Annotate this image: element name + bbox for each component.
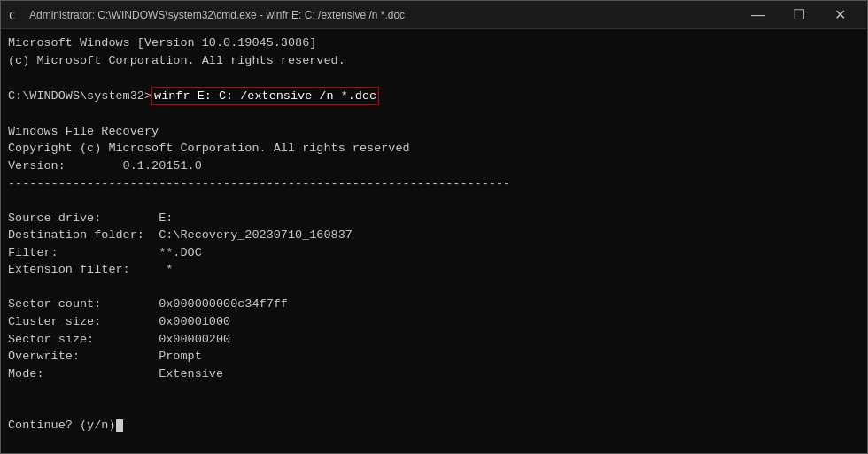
command-text: winfr E: C: /extensive /n *.doc (151, 87, 379, 106)
blank-line-5 (8, 382, 860, 400)
ext-filter-line: Extension filter: * (8, 261, 860, 279)
window-controls: — ☐ ✕ (738, 1, 860, 29)
separator-line: ----------------------------------------… (8, 175, 860, 193)
terminal-body[interactable]: Microsoft Windows [Version 10.0.19045.30… (1, 29, 867, 453)
copyright-app-line: Copyright (c) Microsoft Corporation. All… (8, 140, 860, 158)
source-drive-line: Source drive: E: (8, 210, 860, 227)
title-bar-left: C Administrator: C:\WINDOWS\system32\cmd… (8, 8, 405, 22)
cluster-size-line: Cluster size: 0x00001000 (8, 313, 860, 331)
continue-text: Continue? (y/n) (8, 419, 116, 432)
cmd-window: C Administrator: C:\WINDOWS\system32\cmd… (0, 0, 868, 454)
app-name-line: Windows File Recovery (8, 123, 860, 141)
sector-count-line: Sector count: 0x000000000c34f7ff (8, 296, 860, 313)
continue-prompt: Continue? (y/n) (8, 417, 860, 435)
prompt-line: C:\WINDOWS\system32>winfr E: C: /extensi… (8, 87, 860, 106)
version-line: Version: 0.1.20151.0 (8, 158, 860, 175)
sector-size-line: Sector size: 0x00000200 (8, 331, 860, 349)
window-title: Administrator: C:\WINDOWS\system32\cmd.e… (29, 9, 405, 21)
svg-text:C: C (9, 10, 15, 22)
overwrite-line: Overwrite: Prompt (8, 348, 860, 366)
minimize-button[interactable]: — (738, 1, 779, 29)
version-line: Microsoft Windows [Version 10.0.19045.30… (8, 35, 860, 52)
filter-line: Filter: **.DOC (8, 244, 860, 262)
mode-line: Mode: Extensive (8, 366, 860, 383)
blank-line-2 (8, 105, 860, 123)
blank-line-1 (8, 69, 860, 87)
copyright-line: (c) Microsoft Corporation. All rights re… (8, 52, 860, 70)
title-bar: C Administrator: C:\WINDOWS\system32\cmd… (1, 1, 867, 29)
blank-line-6 (8, 400, 860, 418)
blank-line-3 (8, 192, 860, 210)
blank-line-4 (8, 279, 860, 296)
cmd-icon: C (8, 8, 22, 22)
destination-line: Destination folder: C:\Recovery_20230710… (8, 227, 860, 244)
version-value: 0.1.20151.0 (66, 159, 202, 173)
prompt-text: C:\WINDOWS\system32> (8, 88, 151, 105)
close-button[interactable]: ✕ (819, 1, 860, 29)
maximize-button[interactable]: ☐ (779, 1, 819, 29)
cursor (116, 419, 123, 432)
version-label: Version: (8, 159, 66, 173)
